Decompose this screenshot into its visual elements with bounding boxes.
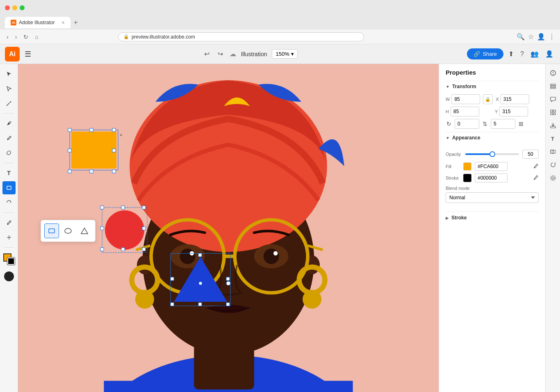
- y-input[interactable]: [499, 107, 528, 116]
- undo-button[interactable]: ↩: [203, 48, 211, 59]
- yellow-rectangle-shape[interactable]: +: [67, 128, 116, 169]
- tab-close-button[interactable]: ×: [61, 19, 65, 26]
- properties-title: Properties: [446, 69, 539, 76]
- direct-selection-tool[interactable]: [2, 82, 16, 95]
- flip-icon-btn[interactable]: ⇅: [482, 120, 488, 128]
- stroke-chevron-icon: ▶: [446, 216, 449, 220]
- svg-marker-51: [174, 257, 227, 302]
- properties-icon-btn[interactable]: [547, 67, 559, 79]
- browser-tab[interactable]: Ai Adobe Illustrator ×: [5, 17, 71, 28]
- bookmark-button[interactable]: ☆: [528, 33, 534, 41]
- new-tab-button[interactable]: +: [74, 19, 77, 26]
- h-input[interactable]: [451, 107, 479, 116]
- help-button[interactable]: ?: [519, 49, 526, 59]
- magic-wand-tool[interactable]: [2, 97, 16, 110]
- triangle-tool-btn[interactable]: [77, 223, 92, 238]
- home-button[interactable]: ⌂: [33, 33, 40, 41]
- fill-color-button[interactable]: [463, 162, 471, 171]
- fill-stroke-colors[interactable]: [2, 253, 16, 267]
- stroke-color-button[interactable]: [463, 174, 471, 182]
- back-button[interactable]: ‹: [5, 33, 10, 41]
- stroke-color-swatch[interactable]: [7, 258, 15, 265]
- shape-tool[interactable]: [2, 181, 16, 194]
- collab-button[interactable]: 👥: [529, 48, 540, 59]
- blob-brush-tool[interactable]: [2, 146, 16, 160]
- rotate-input[interactable]: [455, 119, 479, 129]
- assets-icon-btn[interactable]: [547, 107, 559, 118]
- forward-button[interactable]: ›: [14, 33, 19, 41]
- export-panel-icon-btn[interactable]: [547, 120, 559, 131]
- share-button[interactable]: 🔗 Share: [467, 48, 503, 59]
- menu-button[interactable]: ⋮: [549, 33, 555, 41]
- svg-marker-1: [9, 101, 11, 103]
- opacity-thumb[interactable]: [489, 151, 495, 157]
- text-panel-icon-btn[interactable]: T: [547, 133, 559, 144]
- svg-rect-54: [226, 277, 230, 280]
- minimize-button[interactable]: [12, 5, 17, 10]
- comments-icon-btn[interactable]: [547, 93, 559, 105]
- transform-panel-icon-btn[interactable]: [547, 146, 559, 157]
- close-button[interactable]: [5, 5, 10, 10]
- svg-point-2: [9, 121, 11, 123]
- zoom-selector[interactable]: 150% ▾: [272, 49, 297, 59]
- profile-button[interactable]: 👤: [537, 33, 545, 41]
- opacity-slider-track[interactable]: [465, 153, 519, 155]
- reload-button[interactable]: ↻: [22, 33, 30, 41]
- stroke-hex-input[interactable]: [475, 173, 508, 182]
- red-circle-shape[interactable]: [98, 203, 147, 253]
- title-bar: [0, 0, 560, 16]
- history-icon-btn[interactable]: [547, 159, 559, 171]
- illustrator-app: Ai ☰ ↩ ↪ ☁ Illustration 150% ▾ 🔗 Share ⬆…: [0, 44, 560, 392]
- stroke-section-header[interactable]: ▶ Stroke: [446, 215, 539, 221]
- canvas-area[interactable]: +: [18, 64, 439, 392]
- fill-eyedropper-button[interactable]: [533, 163, 539, 170]
- blue-triangle-shape[interactable]: [170, 253, 227, 302]
- type-tool[interactable]: T: [2, 166, 16, 180]
- svg-rect-72: [551, 110, 553, 112]
- layers-icon-btn[interactable]: [547, 80, 559, 92]
- export-button[interactable]: ⬆: [507, 48, 515, 59]
- w-input[interactable]: [451, 94, 480, 104]
- transform-section-title: Transform: [452, 84, 476, 89]
- scale-tool[interactable]: [2, 231, 16, 244]
- transform-section-header[interactable]: ▼ Transform: [446, 81, 539, 92]
- svg-rect-44: [121, 206, 125, 209]
- svg-rect-74: [551, 113, 553, 115]
- opacity-input[interactable]: [522, 150, 539, 159]
- left-toolbar: T: [0, 64, 18, 392]
- rotate-icon-btn[interactable]: ↻: [446, 120, 452, 128]
- search-button[interactable]: 🔍: [517, 33, 525, 41]
- hy-row: H Y: [446, 107, 539, 116]
- hamburger-button[interactable]: ☰: [23, 48, 33, 60]
- plugins-icon-btn[interactable]: [547, 172, 559, 184]
- profile-icon-button[interactable]: 👤: [544, 48, 555, 59]
- redo-button[interactable]: ↪: [216, 48, 225, 59]
- svg-rect-43: [100, 206, 104, 209]
- rotate-tool[interactable]: [2, 196, 16, 209]
- fill-hex-input[interactable]: [475, 162, 508, 171]
- pencil-tool[interactable]: [2, 132, 16, 145]
- appearance-chevron-icon: ▼: [446, 136, 450, 140]
- svg-point-81: [552, 177, 554, 179]
- svg-rect-36: [112, 170, 116, 173]
- eyedropper-tool[interactable]: [2, 216, 16, 229]
- svg-rect-57: [171, 303, 174, 306]
- transform-more-btn[interactable]: ⊞: [518, 120, 524, 128]
- lock-container: 🔒: [482, 94, 494, 104]
- x-input[interactable]: [501, 94, 529, 104]
- address-bar: ‹ › ↻ ⌂ 🔒 preview.illustrator.adobe.com …: [0, 30, 560, 44]
- url-bar[interactable]: 🔒 preview.illustrator.adobe.com: [118, 32, 364, 41]
- maximize-button[interactable]: [20, 5, 25, 10]
- app-toolbar: Ai ☰ ↩ ↪ ☁ Illustration 150% ▾ 🔗 Share ⬆…: [0, 44, 560, 64]
- skew-input[interactable]: [491, 119, 515, 129]
- rectangle-tool-btn[interactable]: [44, 223, 59, 238]
- pen-tool[interactable]: [2, 117, 16, 130]
- blend-mode-select[interactable]: Normal Multiply Screen Overlay Darken Li…: [446, 192, 539, 203]
- appearance-section-header[interactable]: ▼ Appearance: [446, 132, 539, 143]
- selection-tool[interactable]: [2, 67, 16, 80]
- svg-point-18: [303, 290, 321, 309]
- stroke-eyedropper-button[interactable]: [533, 175, 539, 182]
- ellipse-tool-btn[interactable]: [61, 223, 75, 238]
- lock-proportions-button[interactable]: 🔒: [483, 94, 493, 104]
- svg-point-59: [199, 282, 202, 285]
